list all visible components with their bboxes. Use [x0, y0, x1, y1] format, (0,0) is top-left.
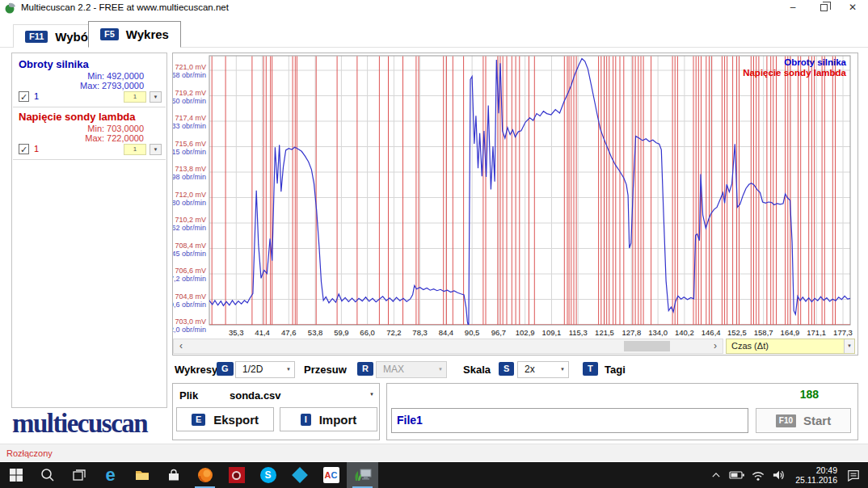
- status-bar: Rozłączony: [0, 444, 868, 461]
- wykresy-key-badge: G: [217, 362, 234, 376]
- svg-text:2450 obr/min: 2450 obr/min: [173, 97, 206, 105]
- svg-text:927,2 obr/min: 927,2 obr/min: [173, 275, 206, 283]
- red-app-icon: [229, 467, 245, 483]
- svg-text:53,8: 53,8: [308, 328, 323, 337]
- divider: [13, 159, 166, 160]
- file-combo[interactable]: sonda.csv: [230, 389, 281, 402]
- x-axis-selector-dropdown[interactable]: ▼: [844, 339, 854, 353]
- x-axis-selector-value: Czas (Δt): [731, 341, 769, 351]
- svg-text:115,3: 115,3: [569, 328, 588, 337]
- svg-text:96,7: 96,7: [491, 328, 507, 337]
- svg-text:706,6 mV: 706,6 mV: [175, 267, 206, 275]
- taskbar-skype[interactable]: S: [252, 462, 284, 488]
- taskbar-file-explorer[interactable]: [126, 462, 158, 488]
- signal-1-max: Max: 2793,0000: [80, 82, 144, 91]
- signal-2-minmax: Min: 703,0000 Max: 722,0000: [85, 124, 144, 143]
- horizontal-scrollbar[interactable]: ‹ ›: [173, 339, 723, 354]
- task-view-icon: [71, 467, 87, 483]
- signal-1-checkbox[interactable]: ✓: [19, 91, 29, 102]
- svg-text:121,5: 121,5: [595, 328, 614, 337]
- svg-text:712,0 mV: 712,0 mV: [175, 191, 206, 199]
- wifi-icon[interactable]: [748, 469, 768, 482]
- taskbar-kodi[interactable]: [284, 462, 315, 488]
- przesuw-combo-arrow: ▼: [438, 362, 443, 377]
- wykresy-combo[interactable]: 1/2D ▼: [235, 361, 295, 378]
- signal-1-scale-value[interactable]: 1: [124, 91, 146, 103]
- tagi-label: Tagi: [605, 364, 626, 376]
- start-label: Start: [803, 414, 831, 427]
- scroll-right-arrow[interactable]: ›: [710, 339, 721, 353]
- tray-chevron-icon[interactable]: [706, 469, 726, 481]
- taskbar-clock[interactable]: 20:49 25.11.2016: [790, 465, 842, 485]
- taskbar-firefox[interactable]: [189, 462, 221, 488]
- przesuw-combo-value: MAX: [383, 364, 404, 375]
- svg-text:1580 obr/min: 1580 obr/min: [173, 199, 206, 207]
- skala-combo[interactable]: 2x ▼: [517, 361, 569, 378]
- tab-wykres[interactable]: F5 Wykres: [88, 21, 181, 48]
- plik-label: Plik: [179, 389, 198, 402]
- scrollbar-thumb[interactable]: [624, 341, 670, 351]
- svg-text:59,9: 59,9: [334, 328, 349, 337]
- svg-text:709,6 obr/min: 709,6 obr/min: [173, 301, 206, 309]
- eksport-label: Eksport: [213, 413, 259, 427]
- svg-text:1362 obr/min: 1362 obr/min: [173, 224, 206, 232]
- taskbar-red-app[interactable]: [221, 462, 252, 488]
- start-key-badge: F10: [776, 414, 796, 427]
- taskbar-search[interactable]: [32, 462, 63, 488]
- signal-1-scale-dropdown[interactable]: ▼: [150, 91, 162, 103]
- action-center-icon[interactable]: [844, 469, 863, 482]
- skala-combo-arrow: ▼: [560, 362, 565, 377]
- signal-2-checkbox[interactable]: ✓: [19, 144, 29, 154]
- svg-text:140,2: 140,2: [675, 328, 694, 337]
- divider: [13, 107, 166, 107]
- import-button[interactable]: I Import: [280, 407, 377, 431]
- record-panel: 188 File1 F10 Start: [386, 383, 858, 440]
- svg-text:719,2 mV: 719,2 mV: [175, 89, 206, 97]
- import-key-badge: I: [301, 414, 311, 426]
- svg-text:708,4 mV: 708,4 mV: [175, 242, 206, 250]
- clock-date: 25.11.2016: [795, 475, 837, 485]
- taskbar-store[interactable]: [158, 462, 189, 488]
- svg-text:152,5: 152,5: [727, 328, 747, 337]
- svg-text:171,1: 171,1: [807, 328, 826, 337]
- search-icon: [40, 467, 56, 483]
- tab-wybor-key-badge: F11: [25, 31, 48, 43]
- svg-text:127,8: 127,8: [622, 328, 641, 337]
- svg-text:704,8 mV: 704,8 mV: [175, 292, 206, 301]
- screen: { "window": { "title": "Multiecuscan 2.2…: [0, 0, 868, 488]
- task-view-button[interactable]: [63, 462, 95, 488]
- eksport-button[interactable]: E Eksport: [176, 407, 274, 431]
- chart-scroll-row: ‹ › Czas (Δt) ▼: [173, 338, 857, 355]
- signal-2-scale-dropdown[interactable]: ▼: [150, 144, 162, 155]
- close-button[interactable]: ✕: [841, 1, 865, 15]
- signal-1-name: Obroty silnika: [19, 58, 89, 70]
- chart-svg: 721,0 mV2668 obr/min719,2 mV2450 obr/min…: [173, 53, 857, 338]
- taskbar-acd-app[interactable]: AC: [315, 462, 347, 488]
- start-button[interactable]: F10 Start: [756, 408, 851, 433]
- windows-logo-icon: [9, 468, 23, 482]
- battery-icon[interactable]: [727, 469, 747, 481]
- svg-text:164,9: 164,9: [781, 328, 800, 337]
- restore-button[interactable]: [811, 1, 836, 15]
- volume-icon[interactable]: [769, 469, 789, 482]
- signal-2-max: Max: 722,0000: [85, 134, 144, 144]
- taskbar-multiecuscan[interactable]: [347, 462, 378, 488]
- svg-text:134,0: 134,0: [648, 328, 668, 337]
- svg-text:717,4 mV: 717,4 mV: [175, 114, 206, 122]
- taskbar-edge[interactable]: e: [95, 462, 126, 488]
- scroll-left-arrow[interactable]: ‹: [175, 339, 187, 353]
- tab-wybor-label: Wybór: [55, 30, 92, 44]
- multiecuscan-logo: multiecuscan: [12, 409, 170, 439]
- svg-text:2233 obr/min: 2233 obr/min: [173, 122, 206, 130]
- signal-2-channel: 1: [34, 144, 39, 154]
- x-axis-selector[interactable]: Czas (Δt) ▼: [726, 339, 855, 354]
- minimize-button[interactable]: –: [781, 1, 805, 15]
- svg-text:109,1: 109,1: [542, 328, 562, 337]
- start-button-taskbar[interactable]: [0, 462, 32, 488]
- record-count: 188: [800, 388, 819, 401]
- signal-2-scale-value[interactable]: 1: [124, 144, 146, 155]
- title-bar: Multiecuscan 2.2 - FREE at www.multiecus…: [0, 0, 868, 16]
- svg-text:492,0 obr/min: 492,0 obr/min: [173, 326, 206, 334]
- file-name-input[interactable]: File1: [391, 408, 748, 433]
- file-combo-arrow[interactable]: ▼: [369, 392, 374, 397]
